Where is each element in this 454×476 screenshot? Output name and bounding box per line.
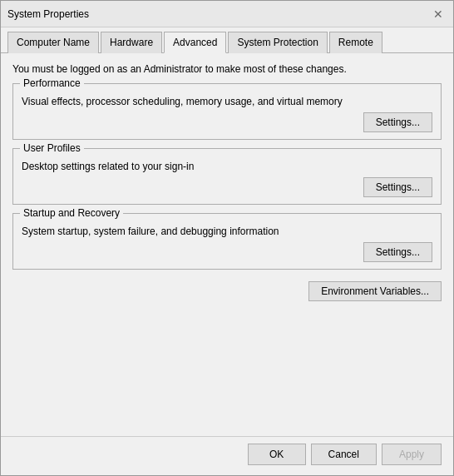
performance-label: Performance	[20, 77, 84, 89]
user-profiles-content: Desktop settings related to your sign-in…	[22, 159, 432, 197]
user-profiles-desc: Desktop settings related to your sign-in	[22, 161, 432, 172]
startup-recovery-section: Startup and Recovery System startup, sys…	[12, 213, 442, 270]
admin-notice: You must be logged on as an Administrato…	[12, 63, 442, 75]
performance-content: Visual effects, processor scheduling, me…	[22, 94, 432, 132]
startup-recovery-content: System startup, system failure, and debu…	[22, 224, 432, 262]
apply-button[interactable]: Apply	[382, 444, 442, 465]
ok-button[interactable]: OK	[248, 444, 306, 465]
tab-computer-name[interactable]: Computer Name	[7, 32, 99, 53]
environment-variables-button[interactable]: Environment Variables...	[308, 281, 442, 301]
close-button[interactable]: ✕	[430, 6, 447, 22]
env-vars-row: Environment Variables...	[12, 281, 442, 301]
window-title: System Properties	[7, 8, 89, 20]
startup-recovery-label: Startup and Recovery	[20, 207, 123, 219]
tab-system-protection[interactable]: System Protection	[228, 32, 327, 53]
user-profiles-section: User Profiles Desktop settings related t…	[12, 148, 442, 205]
tab-remote[interactable]: Remote	[329, 32, 382, 53]
user-profiles-settings-button[interactable]: Settings...	[363, 177, 432, 197]
performance-desc: Visual effects, processor scheduling, me…	[22, 96, 432, 107]
tab-content: You must be logged on as an Administrato…	[1, 53, 453, 436]
system-properties-window: System Properties ✕ Computer Name Hardwa…	[0, 0, 454, 476]
user-profiles-label: User Profiles	[20, 142, 84, 154]
tab-bar: Computer Name Hardware Advanced System P…	[1, 27, 453, 53]
tab-advanced[interactable]: Advanced	[164, 32, 226, 53]
startup-recovery-settings-button[interactable]: Settings...	[363, 242, 432, 262]
performance-section: Performance Visual effects, processor sc…	[12, 83, 442, 140]
cancel-button[interactable]: Cancel	[311, 444, 377, 465]
performance-settings-button[interactable]: Settings...	[363, 112, 432, 132]
title-bar: System Properties ✕	[1, 1, 453, 27]
dialog-footer: OK Cancel Apply	[1, 436, 453, 475]
startup-recovery-desc: System startup, system failure, and debu…	[22, 226, 432, 237]
tab-hardware[interactable]: Hardware	[101, 32, 162, 53]
